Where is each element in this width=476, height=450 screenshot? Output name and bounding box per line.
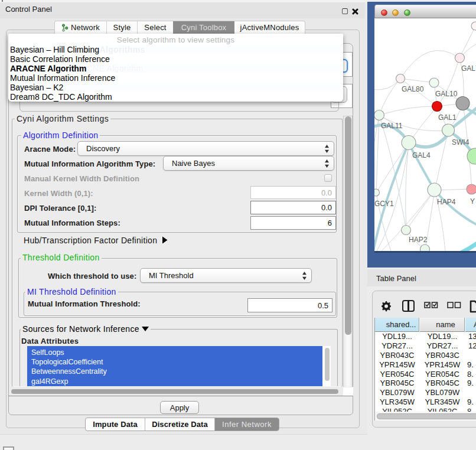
svg-text:HAP2: HAP2	[409, 236, 428, 244]
svg-text:GAL10: GAL10	[435, 90, 458, 98]
svg-text:GCY1: GCY1	[374, 200, 394, 208]
svg-text:GAL7: GAL7	[461, 64, 476, 73]
svg-text:GAL11: GAL11	[381, 122, 403, 130]
svg-text:GAL4: GAL4	[412, 151, 431, 159]
svg-text:GAL80: GAL80	[402, 85, 424, 93]
svg-text:Y: Y	[470, 197, 475, 206]
svg-text:HAP4: HAP4	[437, 198, 456, 206]
svg-text:GAL1: GAL1	[438, 113, 457, 122]
svg-text:SWI4: SWI4	[452, 138, 470, 146]
